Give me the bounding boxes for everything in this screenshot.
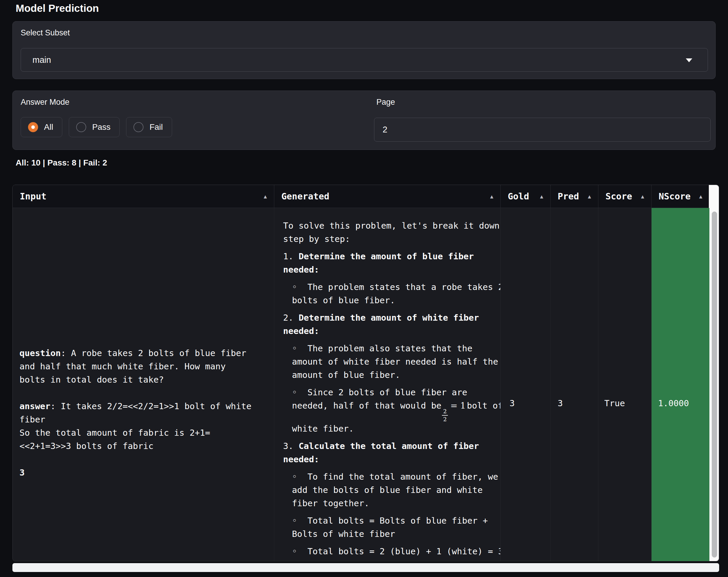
column-header-label: NScore bbox=[659, 191, 691, 201]
radio-option-label: Fail bbox=[149, 122, 163, 132]
subset-label: Select Subset bbox=[21, 28, 70, 37]
answer-text: : It takes 2/2=<<2/2=1>>1 bolt of white … bbox=[20, 401, 252, 424]
page-input[interactable]: 2 bbox=[374, 118, 710, 142]
final-answer: 3 bbox=[20, 466, 255, 479]
column-header-gold[interactable]: Gold ▲ bbox=[501, 185, 551, 208]
fraction: 22 bbox=[442, 409, 448, 422]
table-body-row: question: A robe takes 2 bolts of blue f… bbox=[13, 208, 719, 561]
cell-generated[interactable]: To solve this problem, let's break it do… bbox=[274, 208, 501, 561]
page-title: Model Prediction bbox=[16, 2, 99, 14]
answer-text-line3: <<2+1=3>>3 bolts of fabric bbox=[20, 440, 255, 453]
column-header-label: Gold bbox=[508, 191, 529, 201]
radio-selected-icon bbox=[28, 122, 38, 132]
bullet-item: Total bolts = 2 (blue) + 1 (white) = 3 b… bbox=[283, 545, 501, 561]
generated-intro: To solve this problem, let's break it do… bbox=[283, 219, 501, 246]
gold-value: 3 bbox=[510, 398, 515, 408]
answer-label: answer bbox=[20, 401, 51, 411]
scrollbar-thumb[interactable] bbox=[712, 212, 717, 557]
bullet-item: The problem also states that the amount … bbox=[283, 342, 501, 382]
bullet-item: The problem states that a robe takes 2 b… bbox=[283, 280, 501, 307]
subset-select[interactable]: main bbox=[21, 48, 708, 72]
column-header-score[interactable]: Score ▲ bbox=[598, 185, 652, 208]
column-header-label: Generated bbox=[281, 191, 330, 201]
bullet-item-math: Since 2 bolts of blue fiber are needed, … bbox=[283, 386, 501, 435]
sort-icon[interactable]: ▲ bbox=[641, 193, 644, 199]
question-block: question: A robe takes 2 bolts of blue f… bbox=[20, 347, 255, 386]
question-label: question bbox=[20, 348, 61, 358]
sort-icon[interactable]: ▲ bbox=[540, 193, 543, 199]
vertical-scrollbar-track[interactable] bbox=[709, 185, 719, 208]
step-heading: 3. Calculate the total amount of fiber n… bbox=[283, 440, 501, 466]
controls-panel: Answer Mode All Pass Fail Page 2 bbox=[12, 90, 716, 150]
page-label: Page bbox=[376, 98, 395, 107]
radio-option-pass[interactable]: Pass bbox=[69, 117, 120, 137]
cell-nscore[interactable]: 1.0000 bbox=[652, 208, 709, 561]
subset-selected-value: main bbox=[32, 55, 51, 65]
subset-panel: Select Subset main bbox=[12, 21, 716, 79]
column-header-label: Score bbox=[605, 191, 632, 201]
sort-icon[interactable]: ▲ bbox=[699, 193, 702, 199]
vertical-scrollbar[interactable] bbox=[709, 208, 719, 561]
radio-unselected-icon bbox=[76, 122, 86, 132]
sort-icon[interactable]: ▲ bbox=[264, 193, 267, 199]
step-heading: 1. Determine the amount of blue fiber ne… bbox=[283, 250, 501, 276]
nscore-value: 1.0000 bbox=[658, 398, 689, 408]
radio-option-label: Pass bbox=[92, 122, 110, 132]
stats-line: All: 10 | Pass: 8 | Fail: 2 bbox=[16, 158, 107, 168]
table-header-row: Input ▲ Generated ▲ Gold ▲ Pred ▲ Score … bbox=[13, 185, 719, 208]
radio-option-fail[interactable]: Fail bbox=[126, 117, 172, 137]
pred-value: 3 bbox=[558, 398, 563, 408]
bullet-item: To find the total amount of fiber, we ad… bbox=[283, 470, 501, 510]
column-header-nscore[interactable]: NScore ▲ bbox=[652, 185, 709, 208]
column-header-generated[interactable]: Generated ▲ bbox=[274, 185, 501, 208]
cell-gold[interactable]: 3 bbox=[501, 208, 551, 561]
column-header-label: Input bbox=[20, 191, 46, 201]
step-heading: 2. Determine the amount of white fiber n… bbox=[283, 311, 501, 338]
cell-input[interactable]: question: A robe takes 2 bolts of blue f… bbox=[13, 208, 274, 561]
sort-icon[interactable]: ▲ bbox=[490, 193, 493, 199]
answer-mode-radiogroup: All Pass Fail bbox=[21, 117, 172, 137]
sort-icon[interactable]: ▲ bbox=[588, 193, 591, 199]
cell-score[interactable]: True bbox=[598, 208, 652, 561]
answer-mode-label: Answer Mode bbox=[21, 98, 69, 107]
cell-pred[interactable]: 3 bbox=[551, 208, 598, 561]
bullet-item: Total bolts = Bolts of blue fiber + Bolt… bbox=[283, 514, 501, 541]
column-header-pred[interactable]: Pred ▲ bbox=[551, 185, 598, 208]
column-header-input[interactable]: Input ▲ bbox=[13, 185, 274, 208]
answer-block: answer: It takes 2/2=<<2/2=1>>1 bolt of … bbox=[20, 400, 255, 453]
page-input-value: 2 bbox=[383, 125, 387, 135]
prediction-table: Input ▲ Generated ▲ Gold ▲ Pred ▲ Score … bbox=[12, 185, 719, 561]
answer-text-line2: So the total amount of fabric is 2+1= bbox=[20, 426, 255, 440]
chevron-down-icon bbox=[686, 58, 692, 62]
column-header-label: Pred bbox=[558, 191, 579, 201]
radio-option-label: All bbox=[44, 122, 53, 132]
score-value: True bbox=[604, 398, 625, 408]
horizontal-scrollbar[interactable] bbox=[12, 563, 719, 572]
radio-option-all[interactable]: All bbox=[21, 117, 62, 137]
radio-unselected-icon bbox=[133, 122, 144, 132]
